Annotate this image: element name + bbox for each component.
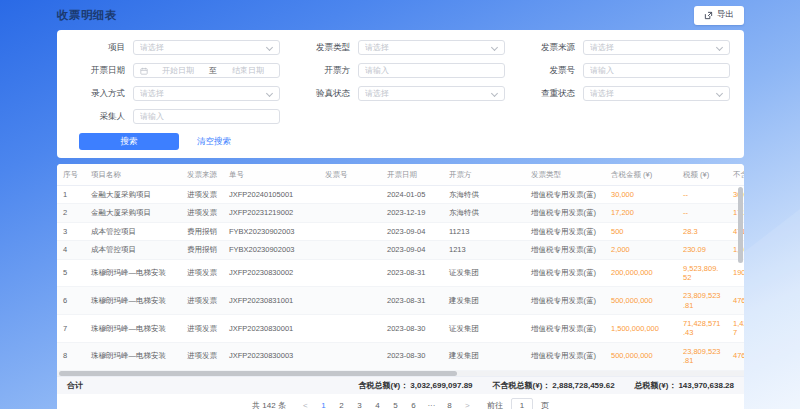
export-button[interactable]: 导出 (694, 6, 744, 25)
col-header-net: 不含税金额 (¥) (727, 164, 744, 186)
page-button-8[interactable]: 8 (443, 398, 456, 409)
cell-order-no: JXFP20230830003 (223, 342, 319, 370)
cell-invoice-no (319, 259, 381, 287)
cell-project: 珠穆朗玛峰—电梯安装 (85, 315, 181, 343)
invoice-number-label: 发票号 (521, 65, 575, 77)
chevron-down-icon (716, 90, 723, 97)
table-row: 1 金融大厦采购项目 进项发票 JXFP20240105001 2024-01-… (57, 186, 744, 204)
filter-field-duplicate-status: 查重状态 请选择 (521, 86, 730, 101)
cell-tax: 23,809,523.81 (677, 287, 727, 315)
cell-type: 增值税专用发票(蓝) (525, 342, 605, 370)
entry-method-label: 录入方式 (71, 88, 125, 100)
cell-project: 成本管控项目 (85, 222, 181, 240)
duplicate-status-select[interactable]: 请选择 (583, 86, 730, 101)
invoice-source-select[interactable]: 请选择 (583, 40, 730, 55)
collector-label: 采集人 (71, 111, 125, 123)
summary-items: 含税总额(¥)：3,032,699,097.89 不含税总额(¥)：2,888,… (358, 380, 734, 391)
collector-input-wrap (133, 109, 280, 124)
page-list: 123456···8 (317, 398, 456, 409)
total-count: 共 142 条 (252, 400, 286, 409)
search-button[interactable]: 搜索 (79, 133, 179, 150)
filter-actions: 搜索 清空搜索 (71, 133, 730, 150)
vertical-scrollbar[interactable] (738, 187, 743, 263)
cell-no: 4 (57, 241, 85, 259)
col-header-no: 序号 (57, 164, 85, 186)
page-button-2[interactable]: 2 (335, 398, 348, 409)
cell-no: 3 (57, 222, 85, 240)
horizontal-scrollbar[interactable] (57, 371, 744, 376)
page-button-5[interactable]: 5 (389, 398, 402, 409)
invoice-type-label: 发票类型 (296, 42, 350, 54)
table-row: 5 珠穆朗玛峰—电梯安装 进项发票 JXFP20230830002 2023-0… (57, 259, 744, 287)
pagination: 共 142 条 < 123456···8 > 前往 页 (57, 394, 744, 409)
next-page-button[interactable]: > (461, 398, 474, 409)
table-body: 1 金融大厦采购项目 进项发票 JXFP20240105001 2024-01-… (57, 186, 744, 371)
cell-invoice-no (319, 186, 381, 204)
cell-source: 进项发票 (181, 342, 223, 370)
cell-date: 2023-09-04 (381, 241, 443, 259)
table-row: 6 珠穆朗玛峰—电梯安装 进项发票 JXFP20230831001 2023-0… (57, 287, 744, 315)
page-button-4[interactable]: 4 (371, 398, 384, 409)
cell-source: 进项发票 (181, 259, 223, 287)
clear-search-link[interactable]: 清空搜索 (197, 136, 231, 148)
invoice-type-select[interactable]: 请选择 (358, 40, 505, 55)
cell-type: 增值税专用发票(蓝) (525, 259, 605, 287)
entry-method-select[interactable]: 请选择 (133, 86, 280, 101)
page-button-1[interactable]: 1 (317, 398, 330, 409)
main-content: 收票明细表 导出 项目 请选择 发票类型 请选择 (57, 0, 744, 409)
issuer-input-wrap (358, 63, 505, 78)
page-button-6[interactable]: 6 (407, 398, 420, 409)
cell-date: 2023-08-30 (381, 342, 443, 370)
issuer-input[interactable] (365, 66, 498, 75)
filter-field-entry-method: 录入方式 请选择 (71, 86, 280, 101)
filter-field-invoice-date: 开票日期 开始日期 至 结束日期 (71, 63, 280, 78)
verify-status-select[interactable]: 请选择 (358, 86, 505, 101)
export-button-label: 导出 (717, 9, 734, 21)
cell-issuer: 证发集团 (443, 259, 525, 287)
project-select[interactable]: 请选择 (133, 40, 280, 55)
goto-label: 前往 (487, 400, 503, 409)
summary-total-label: 合计 (67, 380, 83, 391)
goto-page-input[interactable] (511, 398, 533, 409)
cell-issuer: 1213 (443, 241, 525, 259)
col-header-date: 开票日期 (381, 164, 443, 186)
cell-amount: 1,500,000,000 (605, 315, 677, 343)
invoice-table-panel: 序号 项目名称 发票来源 单号 发票号 开票日期 开票方 发票类型 含税金额 (… (57, 164, 744, 409)
summary-net-total: 不含税总额(¥)：2,888,728,459.62 (493, 380, 615, 391)
issuer-label: 开票方 (296, 65, 350, 77)
cell-order-no: JXFP20230830001 (223, 315, 319, 343)
filter-field-invoice-type: 发票类型 请选择 (296, 40, 505, 55)
horizontal-scrollbar-thumb[interactable] (59, 371, 457, 376)
project-label: 项目 (71, 42, 125, 54)
cell-net: 476,190,476.19 (727, 342, 744, 370)
cell-invoice-no (319, 342, 381, 370)
entry-method-placeholder: 请选择 (140, 88, 266, 99)
prev-page-button[interactable]: < (299, 398, 312, 409)
summary-gross-total: 含税总额(¥)：3,032,699,097.89 (358, 380, 472, 391)
end-date-placeholder: 结束日期 (223, 65, 273, 76)
summary-row: 合计 含税总额(¥)：3,032,699,097.89 不含税总额(¥)：2,8… (57, 376, 744, 394)
cell-source: 费用报销 (181, 241, 223, 259)
invoice-number-input[interactable] (590, 66, 723, 75)
invoice-date-range[interactable]: 开始日期 至 结束日期 (133, 63, 280, 78)
cell-issuer: 11213 (443, 222, 525, 240)
table-row: 4 成本管控项目 费用报销 FYBX20230902003 2023-09-04… (57, 241, 744, 259)
filter-field-issuer: 开票方 (296, 63, 505, 78)
cell-project: 珠穆朗玛峰—电梯安装 (85, 342, 181, 370)
calendar-icon (140, 67, 148, 75)
cell-date: 2023-08-31 (381, 259, 443, 287)
more-pages-icon[interactable]: ··· (425, 398, 438, 409)
cell-tax: 71,428,571.43 (677, 315, 727, 343)
cell-source: 进项发票 (181, 315, 223, 343)
export-icon (704, 11, 713, 20)
page-button-3[interactable]: 3 (353, 398, 366, 409)
cell-tax: 23,809,523.81 (677, 342, 727, 370)
cell-order-no: JXFP20231219002 (223, 204, 319, 222)
cell-source: 进项发票 (181, 204, 223, 222)
collector-input[interactable] (140, 112, 273, 121)
cell-tax: -- (677, 204, 727, 222)
table-header-row: 序号 项目名称 发票来源 单号 发票号 开票日期 开票方 发票类型 含税金额 (… (57, 164, 744, 186)
cell-issuer: 证发集团 (443, 315, 525, 343)
cell-type: 增值税专用发票(蓝) (525, 241, 605, 259)
cell-net: 476,190,476.19 (727, 287, 744, 315)
